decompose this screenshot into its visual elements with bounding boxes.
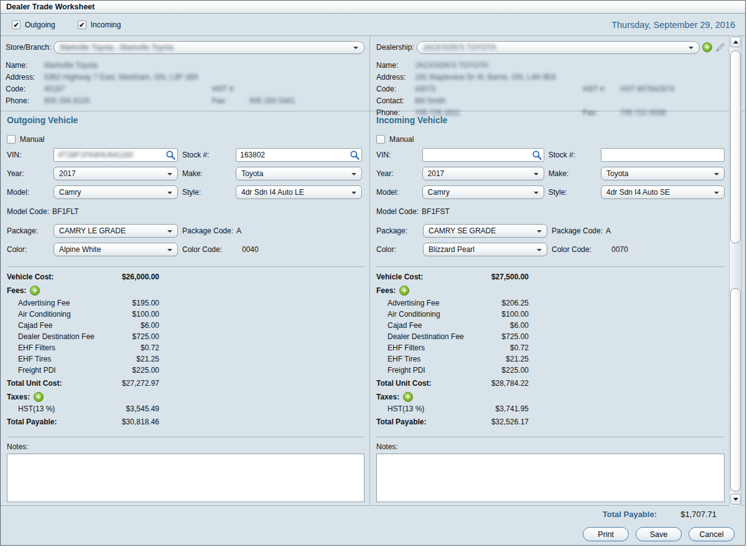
checkbox-checked-icon: ✔ [78,21,86,29]
year-label: Year: [7,169,53,178]
incoming-color-select[interactable]: Blizzard Pearl [423,243,547,256]
manual-checkbox-label: Manual [389,135,414,144]
dialog-title: Dealer Trade Worksheet [6,2,95,11]
incoming-stock-input[interactable] [601,148,725,162]
fee-amount: $100.00 [132,310,159,319]
store-branch-panel: Store/Branch: Markville Toyota - Markvil… [1,36,369,111]
store-fax-value: 905 294 5441 [249,96,364,105]
vin-search-icon[interactable] [165,150,176,161]
add-tax-button[interactable]: + [34,392,44,402]
add-fee-button[interactable]: + [30,286,40,296]
manual-checkbox-label: Manual [20,135,44,144]
color-code-label: Color Code: [182,245,236,254]
fee-amount: $6.00 [510,321,529,330]
fee-name: Freight PDI [18,366,56,375]
outgoing-costs: Vehicle Cost: $26,000.00 Fees: + Adverti… [7,267,159,429]
fee-row: EHF Tires$21.25 [376,353,529,365]
fee-name: Advertising Fee [18,299,70,307]
scroll-down-button[interactable] [730,494,741,505]
incoming-total-payable-value: $32,526.17 [491,418,529,426]
outgoing-color-select[interactable]: Alpine White [53,243,178,256]
dialog-content: ✔ Outgoing ✔ Incoming Thursday, Septembe… [1,14,745,545]
store-name-label: Name: [6,61,44,70]
vertical-scrollbar[interactable] [729,36,742,506]
store-address-label: Address: [6,73,44,82]
store-branch-select[interactable]: Markville Toyota - Markville Toyota [53,41,364,54]
package-label: Package: [376,226,423,235]
arrow-up-icon [733,40,738,44]
add-dealership-button[interactable]: + [702,42,712,52]
incoming-year-select[interactable]: 2017 [422,167,544,180]
store-branch-label: Store/Branch: [6,43,51,52]
incoming-vin-input[interactable] [422,148,544,162]
store-branch-value: Markville Toyota - Markville Toyota [60,43,173,52]
scrollbar-thumb[interactable] [730,288,741,492]
print-button[interactable]: Print [583,527,629,541]
outgoing-package-value: CAMRY LE GRADE [59,226,126,235]
incoming-checkbox[interactable]: ✔ Incoming [78,21,121,29]
outgoing-notes-textarea[interactable] [7,454,364,502]
chevron-down-icon [534,173,539,175]
color-label: Color: [376,245,423,254]
fee-amount: $206.25 [502,299,529,307]
outgoing-total-unit-cost-value: $27,272.97 [122,379,159,388]
arrow-down-icon [733,498,738,501]
incoming-package-select[interactable]: CAMRY SE GRADE [423,224,547,238]
fee-name: Dealer Destination Fee [18,332,95,341]
dealership-phone-value: 705 726 1811 [415,108,583,117]
fee-row: Freight PDI$225.00 [7,365,159,376]
fee-amount: $6.00 [141,321,159,330]
outgoing-model-value: Camry [59,188,81,197]
fee-row: Advertising Fee$206.25 [376,297,529,309]
dealership-fax-label: Fax: [583,108,620,117]
incoming-color-value: Blizzard Pearl [429,245,475,254]
incoming-make-select[interactable]: Toyota [601,167,725,180]
dealership-panel: Dealership: JACKSON'S TOYOTA + Name: JAC… [370,36,730,111]
add-fee-button[interactable]: + [399,286,409,296]
fee-row: Air Conditioning$100.00 [376,309,529,320]
outgoing-style-select[interactable]: 4dr Sdn I4 Auto LE [236,185,362,199]
grand-total-payable-value: $1,707.71 [657,510,717,519]
outgoing-model-select[interactable]: Camry [53,185,178,199]
header-section: Store/Branch: Markville Toyota - Markvil… [1,36,745,111]
model-code-label: Model Code: [376,207,419,216]
outgoing-stock-input[interactable]: 163802 [236,148,362,162]
manual-checkbox[interactable] [376,135,385,144]
chevron-down-icon [167,192,172,194]
fee-row: Cajad Fee$6.00 [376,320,529,331]
outgoing-checkbox[interactable]: ✔ Outgoing [12,21,55,29]
incoming-year-value: 2017 [428,169,445,178]
outgoing-make-select[interactable]: Toyota [236,167,362,180]
store-name-value: Markville Toyota [44,61,364,70]
incoming-package-value: CAMRY SE GRADE [429,226,496,235]
outgoing-color-code-value: 0040 [242,245,259,254]
incoming-notes-textarea[interactable] [376,454,725,502]
outgoing-package-select[interactable]: CAMRY LE GRADE [53,224,178,238]
scroll-up-button[interactable] [730,37,741,47]
cancel-button[interactable]: Cancel [689,527,735,541]
fee-row: EHF Tires$21.25 [7,353,159,365]
scrollbar-thumb[interactable] [730,50,741,243]
dealership-code-label: Code: [376,85,415,93]
fee-name: Freight PDI [387,366,425,375]
fee-name: EHF Tires [387,355,420,363]
dealership-code-value: 43073 [415,85,583,93]
dialog-titlebar[interactable]: Dealer Trade Worksheet [1,1,745,14]
outgoing-year-select[interactable]: 2017 [53,167,178,180]
dealership-select[interactable]: JACKSON'S TOYOTA [417,41,700,54]
outgoing-total-payable-value: $30,818.46 [122,418,159,426]
save-button[interactable]: Save [636,527,682,541]
chevron-down-icon [689,47,694,49]
incoming-model-select[interactable]: Camry [422,185,544,199]
stock-search-icon[interactable] [350,150,360,161]
chevron-down-icon [167,173,172,175]
add-tax-button[interactable]: + [403,392,413,402]
vin-search-icon[interactable] [532,150,542,161]
incoming-style-select[interactable]: 4dr Sdn I4 Auto SE [601,185,725,199]
outgoing-vehicle-panel: Outgoing Vehicle Manual VIN: 4T1BF1FK8HU… [1,111,369,505]
vin-label: VIN: [7,151,53,159]
edit-dealership-icon[interactable] [715,42,726,53]
tax-row: HST(13 %)$3,545.49 [7,403,159,414]
manual-checkbox[interactable] [7,135,16,144]
outgoing-vin-input[interactable]: 4T1BF1FK8HU641160 [53,148,178,162]
